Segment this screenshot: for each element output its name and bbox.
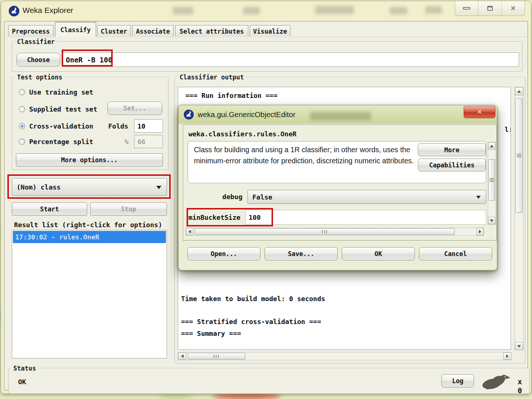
close-button[interactable]: ✕ — [501, 1, 525, 16]
arrow-down-icon — [490, 219, 494, 222]
stop-button[interactable]: Stop — [90, 202, 167, 216]
supplied-test-set-label: Supplied test set — [29, 105, 97, 113]
debug-combobox[interactable]: False — [248, 190, 486, 204]
dialog-title-bar[interactable]: weka.gui.GenericObjectEditor ✕ — [178, 105, 497, 124]
debug-value: False — [252, 193, 272, 201]
tab-preprocess[interactable]: Preprocess — [8, 25, 54, 37]
maximize-icon — [487, 6, 493, 11]
arrow-right-icon — [506, 354, 509, 358]
tab-cluster[interactable]: Cluster — [97, 25, 131, 37]
window-title: Weka Explorer — [23, 6, 73, 15]
test-options-groupbox: Test options Use training set Supplied t… — [12, 77, 168, 170]
close-icon: ✕ — [510, 4, 516, 13]
more-options-button[interactable]: More options... — [16, 153, 163, 167]
scroll-up-button[interactable] — [488, 142, 495, 150]
scroll-left-button[interactable] — [186, 228, 193, 235]
output-summary: === Summary === — [181, 330, 241, 337]
maximize-button[interactable] — [478, 1, 501, 16]
scroll-down-button[interactable] — [515, 342, 523, 350]
ok-button[interactable]: OK — [342, 247, 415, 260]
scroll-right-button[interactable] — [476, 228, 484, 235]
status-group-label: Status — [11, 365, 38, 372]
radio-cross-validation[interactable] — [19, 123, 25, 129]
arrow-up-icon — [490, 145, 494, 147]
minimize-button[interactable] — [455, 1, 478, 16]
background-smudge — [159, 394, 192, 399]
percentage-split-label: Percentage split — [29, 138, 93, 146]
close-icon: ✕ — [477, 108, 482, 116]
classifier-class-name: weka.classifiers.rules.OneR — [188, 130, 297, 138]
output-horizontal-scrollbar[interactable] — [178, 352, 511, 360]
choose-classifier-button[interactable]: Choose — [17, 53, 60, 66]
classifier-groupbox: Classifier Choose OneR -B 100 — [12, 41, 522, 72]
start-button[interactable]: Start — [12, 202, 87, 216]
title-bar[interactable]: Weka Explorer ✕ — [1, 1, 531, 21]
tab-classify[interactable]: Classify — [55, 22, 96, 37]
radio-percentage-split[interactable] — [19, 139, 25, 145]
log-button[interactable]: Log — [441, 374, 474, 388]
thumb-grip — [490, 178, 494, 182]
arrow-left-icon — [181, 354, 184, 358]
cancel-button[interactable]: Cancel — [419, 247, 492, 260]
percent-label: % — [125, 138, 129, 146]
classifier-output-group-label: Classifier output — [178, 74, 246, 81]
more-button[interactable]: More — [418, 143, 486, 156]
folds-label: Folds — [108, 122, 128, 130]
classifier-spec-field[interactable]: OneR -B 100 — [62, 52, 519, 67]
tab-select-attributes[interactable]: Select attributes — [175, 25, 248, 37]
classifier-description: Class for building and using a 1R classi… — [194, 144, 416, 166]
scrollbar-thumb[interactable] — [188, 353, 245, 359]
scroll-down-button[interactable] — [488, 217, 495, 224]
percent-input[interactable] — [134, 135, 163, 148]
scroll-right-button[interactable] — [503, 352, 511, 360]
minimize-icon — [463, 7, 470, 10]
redacted-text — [425, 6, 442, 14]
chevron-down-icon — [156, 186, 161, 189]
radio-supplied-test-set[interactable] — [19, 106, 25, 112]
folds-input[interactable] — [134, 119, 163, 133]
arrow-left-icon — [188, 230, 191, 233]
thumb-grip — [517, 154, 521, 157]
dialog-vertical-scrollbar[interactable] — [488, 142, 496, 225]
weka-app-icon — [8, 6, 20, 17]
min-bucket-size-input[interactable] — [245, 210, 486, 225]
thumb-grip — [214, 355, 219, 358]
tab-associate[interactable]: Associate — [132, 25, 174, 37]
dialog-title: weka.gui.GenericObjectEditor — [198, 110, 296, 119]
scroll-up-button[interactable] — [515, 87, 523, 95]
generic-object-editor-dialog: weka.gui.GenericObjectEditor ✕ weka.clas… — [178, 105, 497, 270]
status-groupbox: Status OK Log x 0 — [8, 368, 530, 394]
scrollbar-thumb[interactable] — [488, 159, 495, 201]
radio-use-training-set[interactable] — [19, 89, 25, 95]
weka-counter: x 0 — [518, 377, 529, 395]
scrollbar-thumb[interactable] — [515, 98, 523, 213]
result-list: 17:30:02 - rules.OneR — [12, 230, 167, 358]
tab-visualize[interactable]: Visualize — [250, 25, 290, 37]
classifier-group-label: Classifier — [15, 38, 57, 45]
thumb-grip — [322, 230, 328, 233]
chevron-down-icon — [476, 196, 481, 199]
output-vertical-scrollbar[interactable] — [515, 87, 524, 350]
weka-bird-icon — [480, 373, 515, 392]
output-time-taken: Time taken to build model: 0 seconds — [181, 295, 325, 303]
redacted-text — [310, 112, 371, 120]
output-run-information: === Run information === — [185, 92, 277, 99]
save-button[interactable]: Save... — [265, 247, 338, 260]
set-test-set-button[interactable]: Set... — [108, 102, 162, 115]
redacted-text — [243, 7, 260, 14]
redacted-text — [173, 7, 193, 14]
redacted-text — [315, 6, 354, 14]
scrollbar-thumb[interactable] — [195, 228, 455, 235]
class-attribute-value: (Nom) class — [17, 183, 61, 191]
capabilities-button[interactable]: Capabilities — [418, 158, 486, 171]
scroll-left-button[interactable] — [178, 352, 186, 360]
test-options-group-label: Test options — [15, 74, 64, 81]
dialog-close-button[interactable]: ✕ — [464, 106, 495, 118]
result-list-item[interactable]: 17:30:02 - rules.OneR — [13, 231, 166, 243]
min-bucket-size-label: minBucketSize — [188, 214, 241, 221]
output-stratified: === Stratified cross-validation === — [181, 318, 321, 325]
class-attribute-combobox[interactable]: (Nom) class — [12, 178, 167, 196]
redacted-text — [390, 7, 407, 14]
dialog-horizontal-scrollbar[interactable] — [185, 228, 484, 236]
open-button[interactable]: Open... — [187, 247, 260, 260]
